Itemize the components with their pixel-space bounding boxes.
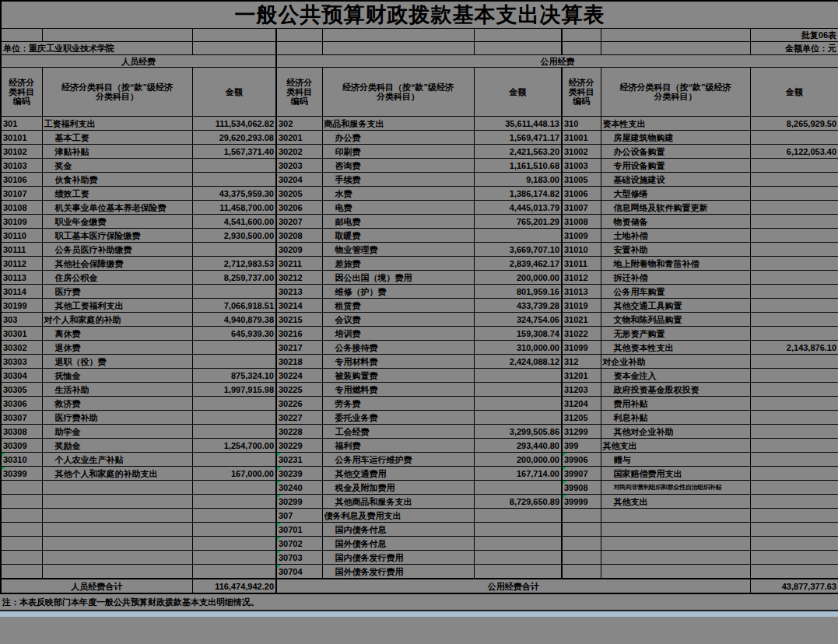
capital-amount-cell [750, 411, 838, 425]
capital-subject-cell: 物资储备 [601, 215, 750, 229]
meta-cell [474, 29, 562, 42]
public-amount-cell: 765,201.29 [474, 215, 562, 229]
public-amount-cell [474, 551, 562, 565]
capital-subject-cell [601, 509, 750, 523]
table-row: 307债务利息及费用支出 [1, 509, 838, 523]
personnel-code-cell: 30307 [1, 411, 42, 425]
personnel-code-cell: 30114 [1, 285, 42, 299]
personnel-amount-cell: 11,458,700.00 [192, 201, 276, 215]
capital-amount-cell [750, 229, 838, 243]
table-row: 30240税金及附加费用39908对民间非营利组织和群众性自治组织补贴 [1, 481, 838, 495]
meta-cell [192, 42, 276, 55]
public-code-cell: 30211 [276, 257, 322, 271]
personnel-subject-cell: 医疗费 [42, 285, 192, 299]
capital-amount-cell [750, 243, 838, 257]
public-code-cell: 30229 [276, 439, 322, 453]
public-code-cell: 30215 [276, 313, 322, 327]
capital-amount-cell [750, 453, 838, 467]
capital-code-cell [562, 551, 601, 565]
capital-subject-cell: 土地补偿 [601, 229, 750, 243]
capital-code-cell: 31021 [562, 313, 601, 327]
comment-marker-icon [277, 523, 281, 527]
public-code-cell: 30226 [276, 397, 322, 411]
capital-amount-cell [750, 187, 838, 201]
table-row: 30702国外债务付息 [1, 537, 838, 551]
capital-amount-cell [750, 215, 838, 229]
capital-code-cell: 31002 [562, 145, 601, 159]
capital-subject-cell: 其他支出 [601, 495, 750, 509]
personnel-code-cell: 30101 [1, 131, 42, 145]
capital-amount-cell [750, 159, 838, 173]
personnel-code-cell: 30199 [1, 299, 42, 313]
capital-code-cell: 31022 [562, 327, 601, 341]
meta-cell [322, 29, 474, 42]
comment-marker-icon [277, 495, 281, 499]
capital-amount-cell [750, 467, 838, 481]
capital-code-cell: 39906 [562, 453, 601, 467]
capital-code-cell [562, 537, 601, 551]
public-subject-cell: 专用燃料费 [322, 383, 474, 397]
capital-code-cell: 31007 [562, 201, 601, 215]
personnel-subject-cell: 职业年金缴费 [42, 215, 192, 229]
capital-subject-cell [601, 523, 750, 537]
public-code-cell: 30206 [276, 201, 322, 215]
personnel-amount-cell [192, 243, 276, 257]
capital-code-cell: 31299 [562, 425, 601, 439]
capital-amount-cell [750, 285, 838, 299]
col-header-subject: 经济分类科目（按“款”级经济 分类科目） [42, 68, 192, 117]
capital-subject-cell: 信息网络及软件购置更新 [601, 201, 750, 215]
public-amount-cell: 35,611,448.13 [474, 117, 562, 131]
personnel-code-cell: 30303 [1, 355, 42, 369]
personnel-subject-cell: 基本工资 [42, 131, 192, 145]
personnel-code-cell: 30309 [1, 439, 42, 453]
meta-cell [276, 29, 322, 42]
table-row: 30306救济费30226劳务费31204费用补贴 [1, 397, 838, 411]
public-subject-cell: 债务利息及费用支出 [322, 509, 474, 523]
personnel-amount-cell: 4,541,600.00 [192, 215, 276, 229]
public-amount-cell: 801,959.16 [474, 285, 562, 299]
public-subject-cell: 维修（护）费 [322, 285, 474, 299]
capital-subject-cell: 安置补助 [601, 243, 750, 257]
personnel-code-cell [1, 551, 42, 565]
capital-subject-cell: 政府投资基金股权投资 [601, 383, 750, 397]
table-row: 30110职工基本医疗保险缴费2,930,500.0030208取暖费31009… [1, 229, 838, 243]
personnel-subject-cell: 津贴补贴 [42, 145, 192, 159]
table-row: 30103奖金30203咨询费1,161,510.6831003专用设备购置 [1, 159, 838, 173]
personnel-subject-cell: 救济费 [42, 397, 192, 411]
public-amount-cell [474, 383, 562, 397]
capital-amount-cell [750, 439, 838, 453]
public-amount-cell: 2,839,462.17 [474, 257, 562, 271]
capital-subject-cell: 资本金注入 [601, 369, 750, 383]
comment-marker-icon [277, 481, 281, 485]
public-code-cell: 30217 [276, 341, 322, 355]
public-code-cell: 30202 [276, 145, 322, 159]
table-row: 30305生活补助1,997,915.9830225专用燃料费31203政府投资… [1, 383, 838, 397]
personnel-amount-cell [192, 481, 276, 495]
personnel-subject-cell: 对个人和家庭的补助 [42, 313, 192, 327]
public-code-cell: 30207 [276, 215, 322, 229]
capital-subject-cell: 其他资本性支出 [601, 341, 750, 355]
personnel-code-cell: 30111 [1, 243, 42, 257]
personnel-code-cell: 303 [1, 313, 42, 327]
public-code-cell: 30299 [276, 495, 322, 509]
capital-amount-cell [750, 537, 838, 551]
capital-amount-cell [750, 355, 838, 369]
capital-amount-cell [750, 173, 838, 187]
capital-subject-cell: 费用补贴 [601, 397, 750, 411]
personnel-amount-cell: 29,620,293.08 [192, 131, 276, 145]
personnel-subject-cell [42, 523, 192, 537]
personnel-code-cell: 30310 [1, 453, 42, 467]
capital-code-cell: 31011 [562, 257, 601, 271]
capital-subject-cell: 其他支出 [601, 439, 750, 453]
capital-code-cell: 39908 [562, 481, 601, 495]
capital-code-cell: 31010 [562, 243, 601, 257]
public-code-cell: 30212 [276, 271, 322, 285]
col-header-amount: 金额 [474, 68, 562, 117]
personnel-code-cell: 30305 [1, 383, 42, 397]
personnel-total-label: 人员经费合计 [1, 579, 192, 593]
table-row: 30112其他社会保障缴费2,712,983.5330211差旅费2,839,4… [1, 257, 838, 271]
public-code-cell: 30704 [276, 565, 322, 579]
public-subject-cell: 办公费 [322, 131, 474, 145]
capital-code-cell: 31201 [562, 369, 601, 383]
public-subject-cell: 电费 [322, 201, 474, 215]
